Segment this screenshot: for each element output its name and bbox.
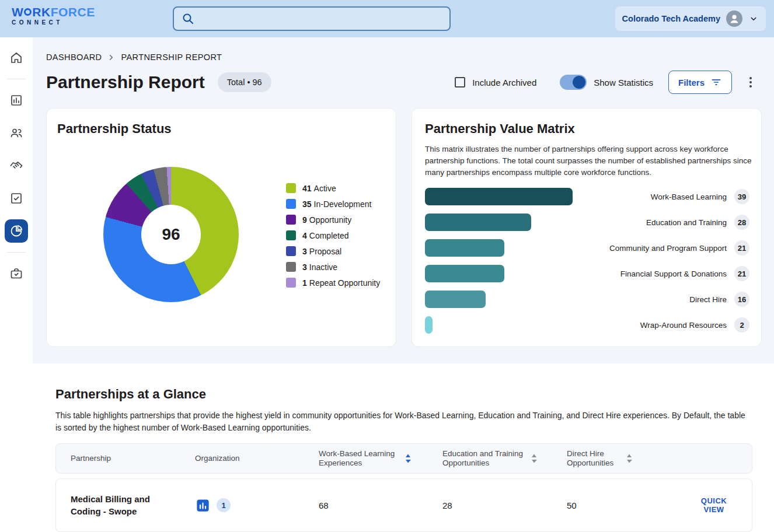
legend-swatch bbox=[286, 230, 296, 240]
donut-chart: 96 bbox=[103, 167, 239, 302]
logo-o-icon bbox=[24, 8, 32, 16]
donut-total: 96 bbox=[141, 205, 201, 264]
home-icon bbox=[9, 51, 23, 65]
organization-cell: 1 bbox=[195, 498, 319, 513]
organization-icon bbox=[195, 498, 211, 513]
pie-chart-icon bbox=[9, 224, 23, 238]
task-check-icon bbox=[9, 191, 23, 205]
include-archived-label: Include Archived bbox=[472, 78, 536, 88]
legend-item-proposal: 3Proposal bbox=[286, 246, 380, 256]
sidebar-item-analytics[interactable] bbox=[5, 219, 28, 243]
statistics-cards: Partnership Status 96 41Active 35In-Deve… bbox=[46, 108, 762, 347]
breadcrumb-dashboard[interactable]: DASHBOARD bbox=[46, 52, 102, 62]
avatar bbox=[726, 10, 742, 27]
bar-row-financial-support-donations: Financial Support & Donations 21 bbox=[425, 265, 749, 282]
partnership-status-card: Partnership Status 96 41Active 35In-Deve… bbox=[46, 108, 396, 347]
building-chart-icon bbox=[9, 93, 23, 107]
org-switcher[interactable]: Colorado Tech Academy bbox=[615, 6, 766, 31]
legend-item-repeat-opportunity: 1Repeat Opportunity bbox=[286, 278, 380, 288]
bar-value-badge: 21 bbox=[734, 240, 749, 256]
sidebar-item-partnerships[interactable] bbox=[5, 154, 28, 177]
legend-item-opportunity: 9Opportunity bbox=[286, 215, 380, 225]
column-header-direct-hire[interactable]: Direct Hire Opportunities bbox=[567, 449, 691, 468]
sidebar-divider bbox=[7, 252, 26, 253]
chevron-right-icon bbox=[107, 53, 116, 62]
bar-value-badge: 2 bbox=[734, 317, 749, 332]
logo-workforce: WRKFORCE bbox=[12, 6, 95, 18]
status-card-title: Partnership Status bbox=[57, 121, 172, 136]
matrix-card-title: Partnership Value Matrix bbox=[425, 121, 749, 136]
org-name: Colorado Tech Academy bbox=[622, 14, 720, 23]
global-search[interactable] bbox=[173, 6, 451, 31]
legend-swatch bbox=[286, 278, 296, 288]
bar-row-wrap-around-resources: Wrap-Around Resources 2 bbox=[425, 316, 749, 334]
page-title: Partnership Report bbox=[46, 72, 205, 92]
handshake-icon bbox=[9, 159, 23, 173]
search-icon bbox=[181, 12, 195, 26]
title-row: Partnership Report Total • 96 Include Ar… bbox=[46, 71, 758, 94]
legend-swatch bbox=[286, 215, 296, 225]
bar bbox=[425, 265, 504, 282]
include-archived-checkbox[interactable] bbox=[455, 77, 465, 88]
quick-view-button[interactable]: QUICK VIEW bbox=[691, 496, 737, 514]
main-content: DASHBOARD PARTNERSHIP REPORT Partnership… bbox=[33, 37, 774, 532]
filters-button[interactable]: Filters bbox=[668, 71, 732, 94]
sidebar-item-home[interactable] bbox=[5, 46, 28, 69]
column-header-organization: Organization bbox=[195, 454, 319, 463]
toggle-knob bbox=[573, 76, 585, 89]
bar-row-work-based-learning: Work-Based Learning 39 bbox=[425, 188, 749, 205]
search-input[interactable] bbox=[200, 14, 442, 24]
bar-value-badge: 16 bbox=[734, 292, 749, 307]
legend-item-completed: 4Completed bbox=[286, 230, 380, 240]
legend-item-in-development: 35In-Development bbox=[286, 199, 380, 209]
briefcase-check-icon bbox=[9, 267, 23, 281]
legend-swatch bbox=[286, 246, 296, 256]
legend-swatch bbox=[286, 199, 296, 209]
legend-item-inactive: 3Inactive bbox=[286, 262, 380, 272]
bar-row-direct-hire: Direct Hire 16 bbox=[425, 290, 749, 308]
bar bbox=[425, 214, 531, 231]
organization-count-badge: 1 bbox=[217, 498, 231, 512]
sidebar-item-people[interactable] bbox=[5, 121, 28, 145]
filters-label: Filters bbox=[678, 78, 705, 88]
bar bbox=[425, 290, 486, 308]
legend-item-active: 41Active bbox=[286, 183, 380, 193]
column-header-partnership: Partnership bbox=[71, 454, 195, 463]
more-options-button[interactable] bbox=[744, 74, 758, 90]
kebab-icon bbox=[749, 77, 752, 79]
sort-icon[interactable] bbox=[626, 454, 632, 463]
filter-icon bbox=[710, 76, 722, 88]
total-badge: Total • 96 bbox=[218, 72, 271, 92]
bar bbox=[425, 239, 504, 257]
person-icon bbox=[727, 12, 741, 26]
column-header-education-training[interactable]: Education and Training Opportunities bbox=[442, 449, 567, 468]
edu-value: 28 bbox=[442, 501, 567, 510]
status-legend: 41Active 35In-Development 9Opportunity 4… bbox=[286, 183, 380, 293]
show-statistics-toggle[interactable] bbox=[560, 75, 587, 90]
sort-icon[interactable] bbox=[531, 454, 537, 463]
sidebar-item-tasks[interactable] bbox=[5, 187, 28, 210]
top-bar: WRKFORCE CONNECT Colorado Tech Academy bbox=[0, 0, 774, 37]
glance-description: This table highlights partnerships that … bbox=[55, 410, 751, 434]
chevron-down-icon bbox=[748, 13, 759, 24]
bar-value-badge: 21 bbox=[734, 266, 749, 281]
sort-icon[interactable] bbox=[405, 454, 411, 463]
bar-row-community-and-program-support: Community and Program Support 21 bbox=[425, 239, 749, 257]
table-row: Medical Billing and Coding - Swope 1 68 … bbox=[55, 478, 752, 532]
value-matrix-bars: Work-Based Learning 39 Education and Tra… bbox=[425, 188, 749, 334]
screen: WRKFORCE CONNECT Colorado Tech Academy bbox=[0, 0, 774, 532]
bar bbox=[425, 188, 573, 205]
wbl-value: 68 bbox=[319, 501, 442, 510]
sidebar-item-reports[interactable] bbox=[5, 89, 28, 112]
people-icon bbox=[9, 126, 23, 140]
table-header-row: Partnership Organization Work-Based Lear… bbox=[55, 443, 752, 474]
sidebar-item-programs[interactable] bbox=[5, 262, 28, 285]
glance-title: Partnerships at a Glance bbox=[55, 387, 752, 402]
bar-value-badge: 28 bbox=[734, 215, 749, 230]
app-logo[interactable]: WRKFORCE CONNECT bbox=[12, 6, 95, 26]
breadcrumb: DASHBOARD PARTNERSHIP REPORT bbox=[46, 52, 774, 62]
column-header-work-based-learning[interactable]: Work-Based Learning Experiences bbox=[319, 449, 442, 468]
hire-value: 50 bbox=[567, 501, 691, 510]
logo-connect: CONNECT bbox=[12, 20, 95, 26]
breadcrumb-partnership-report: PARTNERSHIP REPORT bbox=[121, 52, 222, 62]
